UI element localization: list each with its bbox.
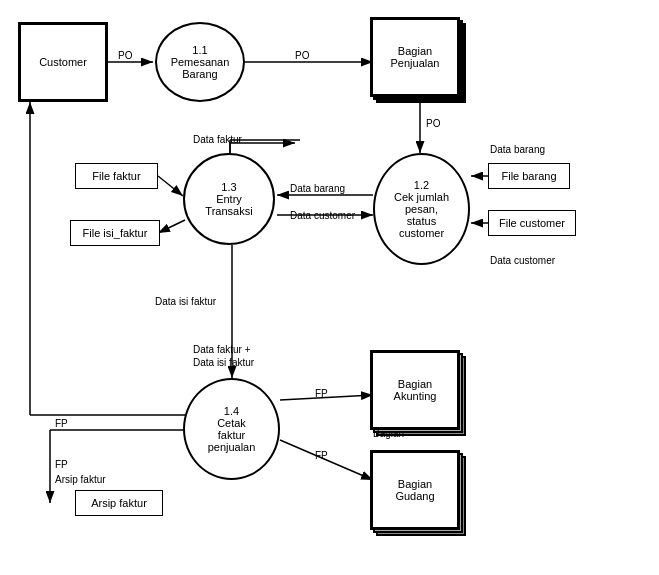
label-fp2: FP — [315, 450, 328, 461]
file-faktur-node: File faktur — [75, 163, 158, 189]
label-fp3: FP — [55, 418, 68, 429]
label-data-faktur: Data faktur — [193, 134, 242, 145]
bagian-akunting-label: Bagian Akunting — [394, 378, 437, 402]
bagian-akunting-node: Bagian Akunting — [370, 350, 460, 430]
label-po3: PO — [426, 118, 440, 129]
file-customer-label: File customer — [499, 217, 565, 229]
label-data-faktur-isi: Data faktur + Data isi faktur — [193, 330, 254, 369]
process-14-node: 1.4 Cetak faktur penjualan — [183, 378, 280, 480]
customer-node: Customer — [18, 22, 108, 102]
bagian-penjualan-node: Bagian Penjualan — [370, 17, 460, 97]
label-data-customer2: Data customer — [490, 255, 555, 266]
label-arsip-faktur-text: Arsip faktur — [55, 474, 106, 485]
svg-line-5 — [158, 220, 185, 233]
file-barang-node: File barang — [488, 163, 570, 189]
label-po1: PO — [118, 50, 132, 61]
file-barang-label: File barang — [501, 170, 556, 182]
label-po2: PO — [295, 50, 309, 61]
arsip-faktur-node: Arsip faktur — [75, 490, 163, 516]
process-12-node: 1.2 Cek jumlah pesan, status customer — [373, 153, 470, 265]
bagian-penjualan-label: Bagian Penjualan — [391, 45, 440, 69]
file-isi-faktur-node: File isi_faktur — [70, 220, 160, 246]
process-11-node: 1.1 Pemesanan Barang — [155, 22, 245, 102]
bagian-gudang-label: Bagian Gudang — [395, 478, 434, 502]
label-fp4: FP — [55, 459, 68, 470]
process-11-label: 1.1 Pemesanan Barang — [171, 44, 230, 80]
label-data-barang1: Data barang — [290, 183, 345, 194]
file-customer-node: File customer — [488, 210, 576, 236]
label-fp1: FP — [315, 388, 328, 399]
customer-label: Customer — [39, 56, 87, 68]
file-faktur-label: File faktur — [92, 170, 140, 182]
label-bagian: Bagian — [373, 428, 404, 439]
label-data-isi-faktur: Data isi faktur — [155, 296, 216, 307]
process-13-label: 1.3 Entry Transaksi — [205, 181, 252, 217]
arsip-faktur-label: Arsip faktur — [91, 497, 147, 509]
diagram: Customer 1.1 Pemesanan Barang Bagian Pen… — [0, 0, 659, 575]
process-13-node: 1.3 Entry Transaksi — [183, 153, 275, 245]
process-14-label: 1.4 Cetak faktur penjualan — [208, 405, 256, 453]
bagian-gudang-node: Bagian Gudang — [370, 450, 460, 530]
svg-line-4 — [158, 176, 183, 196]
process-12-label: 1.2 Cek jumlah pesan, status customer — [394, 179, 449, 239]
label-data-barang2: Data barang — [490, 144, 545, 155]
file-isi-faktur-label: File isi_faktur — [83, 227, 148, 239]
label-data-customer1: Data customer — [290, 210, 355, 221]
